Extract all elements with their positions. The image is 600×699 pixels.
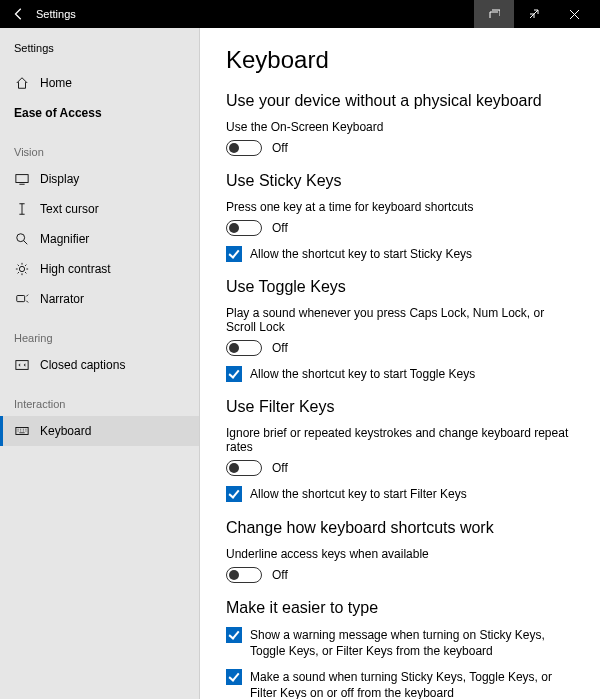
underline-toggle[interactable] (226, 567, 262, 583)
filter-shortcut-label: Allow the shortcut key to start Filter K… (250, 486, 467, 502)
togglekeys-shortcut-label: Allow the shortcut key to start Toggle K… (250, 366, 475, 382)
section-togglekeys-heading: Use Toggle Keys (226, 278, 574, 296)
sticky-toggle[interactable] (226, 220, 262, 236)
svg-point-1 (17, 234, 25, 242)
filter-toggle[interactable] (226, 460, 262, 476)
nav-label: Keyboard (40, 424, 91, 438)
sticky-shortcut-checkbox-row[interactable]: Allow the shortcut key to start Sticky K… (226, 246, 566, 262)
filter-toggle-state: Off (272, 461, 288, 475)
svg-point-2 (19, 266, 24, 271)
filter-shortcut-checkbox-row[interactable]: Allow the shortcut key to start Filter K… (226, 486, 566, 502)
nav-high-contrast[interactable]: High contrast (0, 254, 199, 284)
togglekeys-shortcut-checkbox[interactable] (226, 366, 242, 382)
titlebar: Settings (0, 0, 600, 28)
magnifier-icon (14, 232, 30, 246)
nav-label: High contrast (40, 262, 111, 276)
breadcrumb: Settings (0, 38, 199, 68)
osk-desc: Use the On-Screen Keyboard (226, 120, 574, 134)
underline-toggle-state: Off (272, 568, 288, 582)
nav-display[interactable]: Display (0, 164, 199, 194)
sticky-shortcut-checkbox[interactable] (226, 246, 242, 262)
nav-label: Ease of Access (14, 106, 102, 120)
easier-warn-checkbox[interactable] (226, 627, 242, 643)
easier-sound-checkbox-row[interactable]: Make a sound when turning Sticky Keys, T… (226, 669, 566, 699)
nav-label: Magnifier (40, 232, 89, 246)
easier-warn-checkbox-row[interactable]: Show a warning message when turning on S… (226, 627, 566, 659)
home-icon (14, 76, 30, 90)
nav-label: Display (40, 172, 79, 186)
osk-toggle-state: Off (272, 141, 288, 155)
sidebar: Settings Home Ease of Access Vision Disp… (0, 28, 200, 699)
window-title: Settings (36, 8, 76, 20)
group-vision: Vision (0, 128, 199, 164)
sticky-desc: Press one key at a time for keyboard sho… (226, 200, 574, 214)
togglekeys-toggle[interactable] (226, 340, 262, 356)
easier-warn-label: Show a warning message when turning on S… (250, 627, 566, 659)
togglekeys-shortcut-checkbox-row[interactable]: Allow the shortcut key to start Toggle K… (226, 366, 566, 382)
nav-magnifier[interactable]: Magnifier (0, 224, 199, 254)
nav-label: Narrator (40, 292, 84, 306)
nav-label: Closed captions (40, 358, 125, 372)
nav-narrator[interactable]: Narrator (0, 284, 199, 314)
section-shortcuts-heading: Change how keyboard shortcuts work (226, 519, 574, 537)
keyboard-icon (14, 424, 30, 438)
page-title: Keyboard (226, 46, 574, 74)
narrator-icon (14, 292, 30, 306)
text-cursor-icon (14, 202, 30, 216)
close-button[interactable] (554, 0, 594, 28)
sticky-toggle-state: Off (272, 221, 288, 235)
nav-closed-captions[interactable]: Closed captions (0, 350, 199, 380)
group-interaction: Interaction (0, 380, 199, 416)
section-filter-heading: Use Filter Keys (226, 398, 574, 416)
contrast-icon (14, 262, 30, 276)
svg-rect-4 (16, 361, 28, 370)
content: Keyboard Use your device without a physi… (200, 28, 600, 699)
nav-section-ease-of-access[interactable]: Ease of Access (0, 98, 199, 128)
svg-rect-3 (17, 296, 25, 302)
sticky-shortcut-label: Allow the shortcut key to start Sticky K… (250, 246, 472, 262)
back-button[interactable] (6, 0, 32, 28)
osk-toggle[interactable] (226, 140, 262, 156)
cc-icon (14, 358, 30, 372)
easier-sound-checkbox[interactable] (226, 669, 242, 685)
maximize-button[interactable] (514, 0, 554, 28)
display-icon (14, 172, 30, 186)
section-sticky-heading: Use Sticky Keys (226, 172, 574, 190)
section-osk-heading: Use your device without a physical keybo… (226, 92, 574, 110)
nav-label: Home (40, 76, 72, 90)
togglekeys-toggle-state: Off (272, 341, 288, 355)
group-hearing: Hearing (0, 314, 199, 350)
section-easier-heading: Make it easier to type (226, 599, 574, 617)
nav-label: Text cursor (40, 202, 99, 216)
filter-desc: Ignore brief or repeated keystrokes and … (226, 426, 574, 454)
shortcuts-desc: Underline access keys when available (226, 547, 574, 561)
svg-rect-0 (16, 175, 28, 183)
togglekeys-desc: Play a sound whenever you press Caps Loc… (226, 306, 574, 334)
nav-text-cursor[interactable]: Text cursor (0, 194, 199, 224)
filter-shortcut-checkbox[interactable] (226, 486, 242, 502)
easier-sound-label: Make a sound when turning Sticky Keys, T… (250, 669, 566, 699)
nav-home[interactable]: Home (0, 68, 199, 98)
restore-down-button[interactable] (474, 0, 514, 28)
nav-keyboard[interactable]: Keyboard (0, 416, 199, 446)
